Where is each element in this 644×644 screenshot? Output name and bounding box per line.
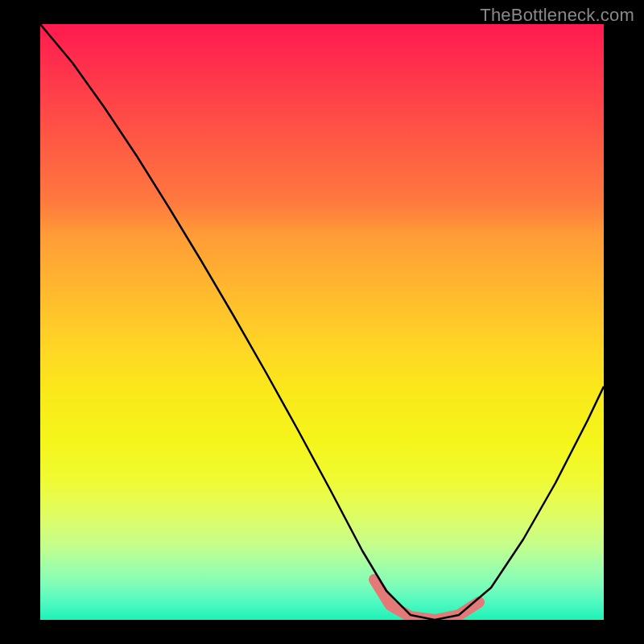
bottleneck-curve [40, 24, 604, 620]
curve-svg [40, 24, 604, 620]
chart-container: TheBottleneck.com [0, 0, 644, 644]
watermark-text: TheBottleneck.com [480, 5, 634, 26]
highlight-segment [374, 580, 479, 620]
plot-area [40, 24, 604, 620]
